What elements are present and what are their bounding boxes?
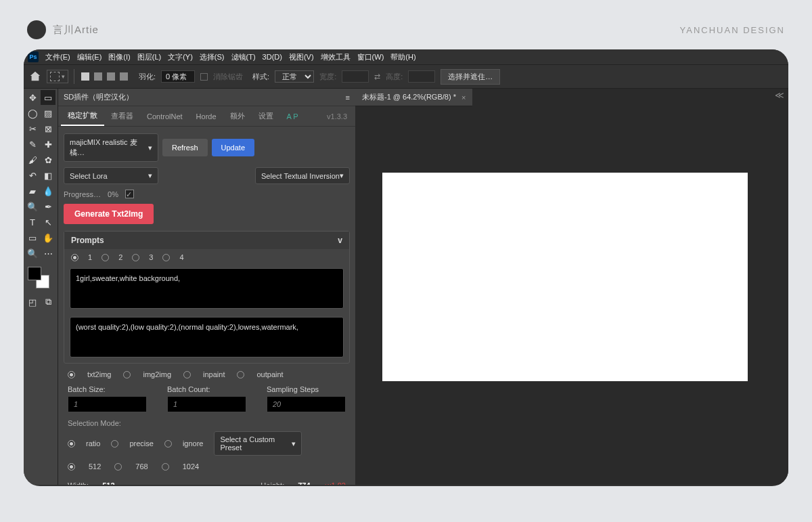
home-icon[interactable] [29,70,41,83]
canvas-document[interactable] [382,173,748,381]
mode-img2img-radio[interactable] [123,371,131,378]
selmode-ignore-radio[interactable] [164,440,172,448]
pen-tool-icon[interactable]: ✒ [41,199,55,214]
blur-tool-icon[interactable]: 💧 [41,183,55,198]
update-button[interactable]: Update [212,139,254,156]
canvas-area: 未标题-1 @ 64.2%(RGB/8) * × ≪ [355,89,788,485]
collapse-icon[interactable]: v [338,236,342,245]
close-icon[interactable]: × [461,93,466,102]
eyedropper-icon[interactable]: ✎ [25,137,40,152]
prompt-radio-2[interactable] [102,254,109,261]
refresh-button[interactable]: Refresh [162,139,208,156]
menu-file[interactable]: 文件(E) [43,51,73,64]
selection-mode-label: Selection Mode: [64,419,350,431]
mode-outpaint-radio[interactable] [237,371,244,378]
zoom-tool-icon[interactable]: 🔍 [25,246,40,261]
collapse-panels-icon[interactable]: ≪ [775,90,784,100]
text-tool-icon[interactable]: T [25,215,40,230]
menu-filter[interactable]: 滤镜(T) [229,51,258,64]
menu-help[interactable]: 帮助(H) [388,51,418,64]
tab-ap[interactable]: A P [280,108,305,125]
menu-edit[interactable]: 编辑(E) [74,51,105,64]
prompts-section: Prompts v 1 2 3 4 [64,231,350,364]
mode-inpaint-radio[interactable] [183,371,191,378]
textual-inversion-select[interactable]: Select Textual Inversion▾ [255,167,350,184]
mode-txt2img-radio[interactable] [68,371,75,378]
generate-button[interactable]: Generate Txt2Img [64,204,154,224]
eraser-tool-icon[interactable]: ◧ [41,168,55,183]
tab-stable-diffusion[interactable]: 稳定扩散 [61,106,104,126]
style-label: 样式: [252,72,269,82]
sampling-steps-input[interactable] [267,396,346,412]
panel-menu-icon[interactable]: ≡ [346,93,350,102]
history-brush-icon[interactable]: ↶ [25,168,40,183]
hand-tool-icon[interactable]: ✋ [41,230,55,245]
progress-label: Progress… [64,190,101,198]
chevron-down-icon[interactable]: ▾ [62,73,65,80]
menu-window[interactable]: 窗口(W) [355,51,387,64]
antialias-checkbox[interactable] [200,73,208,81]
menu-3d[interactable]: 3D(D) [260,51,285,62]
menu-view[interactable]: 视图(V) [286,51,317,64]
preset-select[interactable]: Select a Custom Preset▾ [214,431,302,456]
frame-tool-icon[interactable]: ⊠ [41,121,55,136]
size-768-radio[interactable] [114,463,122,471]
tab-controlnet[interactable]: ControlNet [140,108,189,125]
menu-layer[interactable]: 图层(L) [135,51,164,64]
feather-input[interactable] [161,70,195,83]
crop-tool-icon[interactable]: ✂ [25,121,40,136]
prompt-radio-3[interactable] [132,254,139,261]
lasso-tool-icon[interactable]: ◯ [25,106,40,121]
stamp-tool-icon[interactable]: ✿ [41,152,55,167]
menu-text[interactable]: 文字(Y) [165,51,196,64]
marquee-tool-icon[interactable] [50,72,60,81]
height-input[interactable] [408,70,435,83]
menu-image[interactable]: 图像(I) [106,51,133,64]
tab-settings[interactable]: 设置 [252,107,280,125]
shape-tool-icon[interactable]: ▭ [25,230,40,245]
selmode-ratio-radio[interactable] [68,440,75,448]
sd-version: v1.3.3 [321,108,353,125]
swap-icon[interactable]: ⇄ [374,72,380,81]
tool-panel: ✥ ▭ ◯ ▨ ✂ ⊠ ✎ ✚ 🖌 ✿ ↶ ◧ ▰ 💧 🔍 ✒ T ↖ ▭ ✋ … [24,89,58,485]
batch-count-input[interactable] [167,396,246,412]
quickmask-icon[interactable]: ◰ [25,295,40,309]
path-select-icon[interactable]: ↖ [41,215,55,230]
dodge-tool-icon[interactable]: 🔍 [25,199,40,214]
progress-checkbox[interactable]: ✓ [125,190,134,198]
tab-viewer[interactable]: 查看器 [104,107,140,125]
app-window: Ps 文件(E) 编辑(E) 图像(I) 图层(L) 文字(Y) 选择(S) 滤… [24,49,788,486]
move-tool-icon[interactable]: ✥ [25,90,40,105]
menu-select[interactable]: 选择(S) [197,51,227,64]
batch-size-input[interactable] [68,396,147,412]
marquee-tool-icon[interactable]: ▭ [41,90,55,105]
brush-tool-icon[interactable]: 🖌 [25,152,40,167]
positive-prompt-input[interactable] [70,268,344,309]
selmode-precise-radio[interactable] [111,440,118,448]
patch-tool-icon[interactable]: ✚ [41,137,55,152]
color-swatches[interactable] [28,267,49,288]
menu-plugins[interactable]: 增效工具 [318,51,353,64]
avatar [27,20,46,39]
gradient-tool-icon[interactable]: ▰ [25,183,40,198]
sd-plugin-panel: SD插件（明空汉化） ≡ 稳定扩散 查看器 ControlNet Horde 额… [58,89,355,485]
size-1024-radio[interactable] [162,463,169,471]
screenmode-icon[interactable]: ⧉ [41,295,55,309]
size-512-radio[interactable] [68,463,75,471]
more-tools-icon[interactable]: ⋯ [41,246,55,261]
selection-mode-icons[interactable] [80,72,129,81]
prompt-radio-1[interactable] [71,254,78,261]
tab-horde[interactable]: Horde [189,108,223,125]
style-select[interactable]: 正常 [275,70,314,83]
document-tab[interactable]: 未标题-1 @ 64.2%(RGB/8) * × [355,89,472,106]
width-input[interactable] [342,70,369,83]
select-and-mask-button[interactable]: 选择并遮住… [441,69,500,85]
tab-extras[interactable]: 额外 [223,107,252,125]
model-select[interactable]: majicMIX realistic 麦橘…▾ [64,133,158,162]
object-select-icon[interactable]: ▨ [41,106,55,121]
prompt-radio-4[interactable] [162,254,170,261]
width-label: Width: [68,481,89,485]
lora-select[interactable]: Select Lora▾ [64,167,158,184]
author-block: 言川Artie [27,20,99,39]
negative-prompt-input[interactable] [70,317,344,357]
